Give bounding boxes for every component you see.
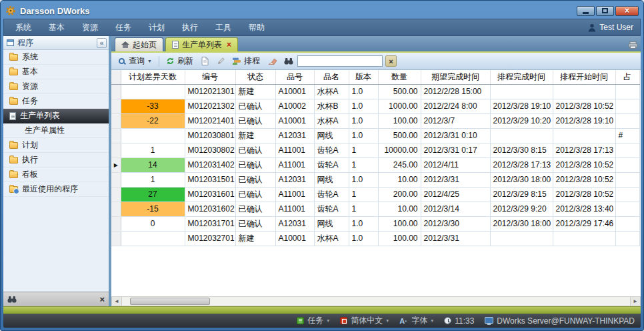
sidebar-item-2[interactable]: 基本 [3, 65, 109, 79]
menu-item-1[interactable]: 系统 [7, 19, 40, 36]
column-header-4[interactable]: 品号 [275, 70, 314, 84]
status-item-1[interactable]: 任务▾ [297, 315, 329, 326]
clock-icon [444, 317, 451, 324]
sidebar-search-input[interactable] [20, 294, 96, 305]
edit-button[interactable] [213, 56, 228, 67]
tab-2[interactable]: 生产单列表× [165, 37, 238, 51]
scroll-right-button[interactable]: ► [630, 297, 640, 306]
tasks-icon [297, 317, 304, 324]
column-header-7[interactable]: 数量 [378, 70, 421, 84]
sidebar-item-3[interactable]: 资源 [3, 79, 109, 94]
table-row[interactable]: -22M012021401已确认A10001水杯A1.0100.002012/3… [111, 113, 639, 128]
printer-icon[interactable] [629, 41, 637, 49]
sidebar-item-7[interactable]: 计划 [3, 138, 109, 153]
table-row[interactable]: 1M012031501已确认A12031网线1.010.002012/3/312… [111, 172, 639, 187]
clear-icon[interactable]: × [99, 295, 105, 304]
row-selector[interactable] [111, 128, 121, 143]
table-row[interactable]: 27M012031601已确认A11001齿轮A1200.002012/4/25… [111, 187, 639, 202]
close-button[interactable]: × [615, 6, 639, 16]
row-selector[interactable] [111, 187, 121, 202]
menu-item-6[interactable]: 执行 [173, 19, 207, 36]
table-row[interactable]: 0M012031701已确认A12031网线1.0100.002012/3/30… [111, 216, 639, 231]
new-document-icon [201, 57, 209, 65]
column-header-10[interactable]: 排程开始时间 [553, 70, 615, 84]
window-title: Darsson DWorks [20, 6, 90, 16]
table-row[interactable]: M012032701新建A10001水杯A1.0100.002012/3/31 [111, 231, 639, 246]
schedule-button[interactable]: 排程 [229, 54, 263, 68]
row-selector[interactable] [111, 84, 121, 99]
sidebar-item-label: 系统 [22, 51, 38, 63]
sidebar-item-8[interactable]: 执行 [3, 153, 109, 168]
column-header-8[interactable]: 期望完成时间 [421, 70, 490, 84]
scrollbar-thumb[interactable] [130, 298, 210, 305]
tab-label: 生产单列表 [182, 39, 222, 51]
menu-item-7[interactable]: 工具 [207, 19, 240, 36]
menu-item-3[interactable]: 资源 [73, 19, 107, 36]
search-input[interactable] [297, 55, 383, 67]
horizontal-scrollbar[interactable]: ◄ ► [111, 296, 641, 306]
row-selector[interactable]: ▶ [111, 157, 121, 172]
tab-close-icon[interactable]: × [227, 40, 231, 49]
refresh-button[interactable]: 刷新 [163, 54, 197, 68]
query-button[interactable]: 查询 ▼ [115, 54, 155, 68]
menu-item-2[interactable]: 基本 [40, 19, 73, 36]
status-item-5[interactable]: DWorks Server@FUNWAY-THINKPAD [485, 316, 635, 326]
minimize-button[interactable] [577, 6, 595, 16]
column-header-3[interactable]: 状态 [235, 70, 275, 84]
cell-sched_start [553, 128, 615, 143]
table-row[interactable]: M012021301新建A10001水杯A1.0500.002012/2/28 … [111, 84, 639, 99]
cell-due: 2012/3/31 [421, 172, 490, 187]
status-item-3[interactable]: 字体▾ [399, 315, 433, 326]
status-item-2[interactable]: 简体中文▾ [340, 315, 389, 326]
folder-icon [9, 142, 18, 149]
menu-item-5[interactable]: 计划 [140, 19, 173, 36]
app-window: Darsson DWorks × 系统基本资源任务计划执行工具帮助 Test U… [0, 0, 644, 331]
column-header-9[interactable]: 排程完成时间 [490, 70, 553, 84]
cell-status: 新建 [235, 128, 275, 143]
sidebar-item-6[interactable]: 生产单属性 [3, 123, 109, 138]
row-selector[interactable] [111, 172, 121, 187]
cell-status: 已确认 [235, 172, 275, 187]
column-header-11[interactable]: 占 [615, 70, 639, 84]
sidebar-item-1[interactable]: 系统 [3, 50, 109, 65]
maximize-button[interactable] [596, 6, 614, 16]
scroll-left-button[interactable]: ◄ [112, 297, 122, 306]
menu-item-8[interactable]: 帮助 [240, 19, 273, 36]
eraser-button[interactable] [265, 56, 281, 66]
sidebar-item-10[interactable]: 最近使用的程序 [3, 182, 109, 197]
cell-item_name: 网线 [314, 172, 349, 187]
table-row[interactable]: 1M012030802已确认A11001齿轮A110000.002012/3/3… [111, 143, 639, 157]
cell-qty: 10000.00 [378, 143, 421, 157]
column-header-5[interactable]: 品名 [314, 70, 349, 84]
sidebar-item-4[interactable]: 任务 [3, 94, 109, 109]
table-row[interactable]: -15M012031602已确认A11001齿轮A110.002012/3/14… [111, 202, 639, 216]
clear-search-button[interactable]: × [385, 55, 397, 67]
row-selector[interactable] [111, 143, 121, 157]
cell-no: M012031701 [185, 216, 235, 231]
row-selector[interactable] [111, 202, 121, 216]
user-area[interactable]: Test User [588, 23, 637, 32]
tab-1[interactable]: 起始页 [115, 37, 163, 51]
row-selector[interactable] [111, 231, 121, 246]
status-item-4[interactable]: 11:33 [444, 316, 474, 326]
table-row[interactable]: -33M012021302已确认A10002水杯B1.01000.002012/… [111, 99, 639, 113]
column-header-6[interactable]: 版本 [349, 70, 378, 84]
table-row[interactable]: ▶14M012031402已确认A11001齿轮A1245.002012/4/1… [111, 157, 639, 172]
row-selector[interactable] [111, 113, 121, 128]
collapse-sidebar-button[interactable]: « [97, 38, 107, 48]
column-header-1[interactable]: 计划差异天数 [121, 70, 185, 84]
sidebar-item-9[interactable]: 看板 [3, 168, 109, 182]
search-icon [118, 57, 126, 65]
sidebar-item-5[interactable]: 生产单列表 [3, 109, 109, 123]
row-selector[interactable] [111, 99, 121, 113]
table-row[interactable]: M012030801新建A12031网线1.0500.002012/3/31 0… [111, 128, 639, 143]
column-header-2[interactable]: 编号 [185, 70, 235, 84]
scrollbar-track[interactable] [122, 297, 630, 306]
cell-item_name: 齿轮A [314, 157, 349, 172]
menu-item-4[interactable]: 任务 [107, 19, 140, 36]
status-items: 任务▾简体中文▾字体▾11:33DWorks Server@FUNWAY-THI… [297, 315, 635, 326]
refresh-icon [166, 57, 175, 65]
titlebar[interactable]: Darsson DWorks × [3, 3, 641, 19]
row-selector[interactable] [111, 216, 121, 231]
new-button[interactable] [198, 55, 212, 67]
